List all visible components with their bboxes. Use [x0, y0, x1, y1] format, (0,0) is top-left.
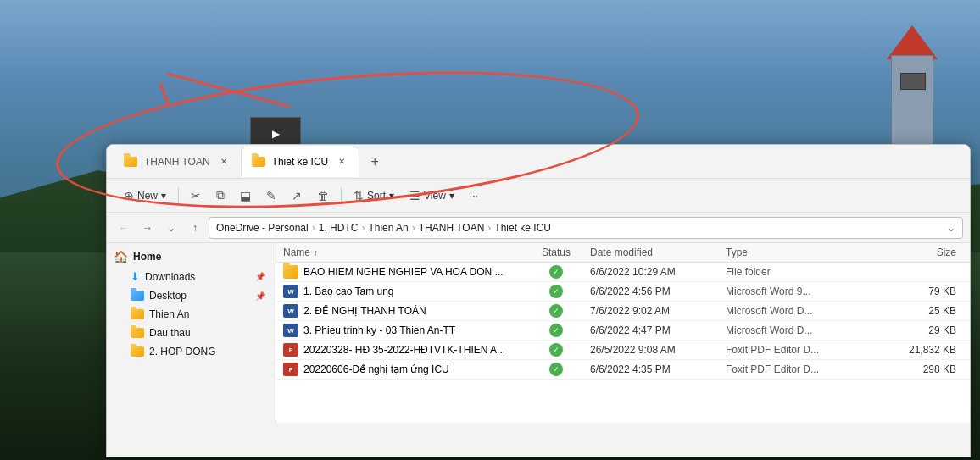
tab-folder-icon-2	[252, 157, 265, 167]
share-icon: ↗	[292, 189, 302, 202]
table-row[interactable]: W 3. Phieu trinh ky - 03 Thien An-TT ✓ 6…	[276, 321, 970, 341]
file-size: 29 KB	[878, 324, 963, 336]
addr-hdtc: 1. HDTC	[319, 222, 359, 234]
desktop-folder-icon	[131, 291, 144, 301]
explorer-window: THANH TOAN ✕ Thiet ke ICU ✕ + ⊕ New ▾ ✂ …	[106, 144, 971, 457]
delete-button[interactable]: 🗑	[310, 186, 336, 206]
word-icon: W	[283, 304, 298, 318]
recent-button[interactable]: ⌄	[161, 218, 181, 238]
tab-thanh-toan-label: THANH TOAN	[144, 156, 210, 168]
pdf-icon: P	[283, 363, 298, 376]
file-type: Microsoft Word D...	[726, 305, 878, 317]
copy-icon: ⧉	[216, 188, 225, 202]
addr-thienan: Thien An	[368, 222, 408, 234]
view-icon: ☰	[409, 189, 420, 202]
table-row[interactable]: BAO HIEM NGHE NGHIEP VA HOA DON ... ✓ 6/…	[276, 263, 970, 282]
file-date: 26/5/2022 9:08 AM	[590, 344, 726, 356]
addr-sep2: ›	[361, 222, 365, 234]
file-date: 6/6/2022 4:35 PM	[590, 363, 726, 375]
view-button[interactable]: ☰ View ▾	[403, 186, 461, 206]
col-sort-arrow: ↑	[314, 248, 318, 258]
cut-button[interactable]: ✂	[184, 186, 208, 206]
table-row[interactable]: P 20220606-Đề nghị tạm ứng ICU ✓ 6/6/202…	[276, 360, 970, 380]
share-button[interactable]: ↗	[285, 186, 309, 206]
file-type: File folder	[726, 266, 878, 278]
word-icon: W	[283, 324, 298, 337]
file-size: 25 KB	[878, 305, 963, 317]
up-button[interactable]: ↑	[185, 218, 205, 238]
file-rows-container: BAO HIEM NGHE NGHIEP VA HOA DON ... ✓ 6/…	[276, 263, 970, 380]
sidebar-item-downloads[interactable]: ⬇ Downloads 📌	[107, 267, 276, 286]
file-date: 6/6/2022 4:56 PM	[590, 285, 726, 297]
status-check-icon: ✓	[549, 363, 563, 376]
tab-thanh-toan[interactable]: THANH TOAN ✕	[114, 147, 241, 177]
col-header-status[interactable]: Status	[522, 247, 590, 258]
view-label: View	[424, 190, 446, 202]
sidebar-item-home[interactable]: 🏠 Home	[107, 247, 276, 267]
address-bar[interactable]: OneDrive - Personal › 1. HDTC › Thien An…	[209, 217, 963, 239]
addr-sep4: ›	[487, 222, 491, 234]
file-name: BAO HIEM NGHE NGHIEP VA HOA DON ...	[303, 266, 522, 278]
col-name-label: Name	[283, 247, 310, 258]
sidebar-desktop-label: Desktop	[149, 290, 187, 302]
paste-button[interactable]: ⬓	[233, 186, 258, 206]
sidebar-item-desktop[interactable]: Desktop 📌	[107, 286, 276, 305]
new-label: New	[137, 190, 158, 202]
sort-label: Sort	[367, 190, 386, 202]
sep1	[178, 187, 179, 204]
file-list-header: Name ↑ Status Date modified Type Size	[276, 243, 970, 263]
sidebar-thienan-label: Thien An	[149, 308, 189, 320]
sidebar-item-thienan[interactable]: Thien An	[107, 305, 276, 324]
file-name: 1. Bao cao Tam ung	[303, 285, 522, 297]
file-status: ✓	[522, 343, 590, 357]
forward-button[interactable]: →	[137, 218, 158, 238]
hopdong-folder-icon	[131, 346, 144, 357]
tab-thanh-toan-close[interactable]: ✕	[217, 155, 231, 169]
col-header-type[interactable]: Type	[726, 247, 878, 258]
table-row[interactable]: P 20220328- HĐ 35-2022-HĐTVTK-THIEN A...…	[276, 341, 970, 360]
sidebar-item-dauthau[interactable]: Dau thau	[107, 324, 276, 342]
addr-thietkeicu: Thiet ke ICU	[494, 222, 551, 234]
file-type: Microsoft Word 9...	[726, 285, 878, 297]
sort-chevron: ▾	[389, 190, 394, 202]
thienan-folder-icon	[131, 309, 144, 319]
file-type: Microsoft Word D...	[726, 324, 878, 336]
pin-icon-downloads: 📌	[255, 272, 265, 281]
file-type: Foxit PDF Editor D...	[726, 363, 878, 375]
tab-thiet-ke-icu[interactable]: Thiet ke ICU ✕	[241, 147, 360, 177]
status-check-icon: ✓	[549, 285, 563, 298]
more-label: ···	[470, 190, 478, 202]
file-name: 3. Phieu trinh ky - 03 Thien An-TT	[303, 324, 522, 336]
sep2	[341, 187, 342, 204]
home-icon: 🏠	[114, 250, 128, 263]
tower-roof	[887, 25, 938, 59]
sort-button[interactable]: ⇅ Sort ▾	[347, 186, 401, 206]
more-button[interactable]: ···	[463, 186, 485, 205]
rename-button[interactable]: ✎	[259, 186, 283, 206]
sidebar-hopdong-label: 2. HOP DONG	[149, 346, 215, 357]
file-date: 7/6/2022 9:02 AM	[590, 305, 726, 317]
table-row[interactable]: W 2. ĐỀ NGHỊ THANH TOÁN ✓ 7/6/2022 9:02 …	[276, 302, 970, 321]
table-row[interactable]: W 1. Bao cao Tam ung ✓ 6/6/2022 4:56 PM …	[276, 282, 970, 302]
col-status-label: Status	[542, 247, 571, 258]
download-icon: ⬇	[131, 270, 140, 283]
folder-icon	[283, 265, 298, 279]
file-size: 21,832 KB	[878, 344, 963, 356]
file-size: 298 KB	[878, 363, 963, 375]
file-status: ✓	[522, 265, 590, 279]
tab-thiet-ke-icu-label: Thiet ke ICU	[272, 156, 329, 168]
col-date-label: Date modified	[590, 247, 653, 258]
back-button[interactable]: ←	[114, 218, 134, 238]
sidebar-item-hopdong[interactable]: 2. HOP DONG	[107, 342, 276, 361]
new-button[interactable]: ⊕ New ▾	[117, 186, 173, 206]
copy-button[interactable]: ⧉	[209, 185, 231, 206]
col-header-date[interactable]: Date modified	[590, 247, 726, 258]
col-header-size[interactable]: Size	[878, 247, 963, 258]
file-name: 2. ĐỀ NGHỊ THANH TOÁN	[303, 305, 522, 317]
col-header-name[interactable]: Name ↑	[283, 247, 522, 258]
file-list: Name ↑ Status Date modified Type Size	[276, 243, 970, 423]
add-tab-button[interactable]: +	[363, 150, 387, 174]
file-date: 6/6/2022 4:47 PM	[590, 324, 726, 336]
tab-bar: THANH TOAN ✕ Thiet ke ICU ✕ +	[107, 145, 970, 179]
tab-thiet-ke-icu-close[interactable]: ✕	[335, 155, 348, 169]
